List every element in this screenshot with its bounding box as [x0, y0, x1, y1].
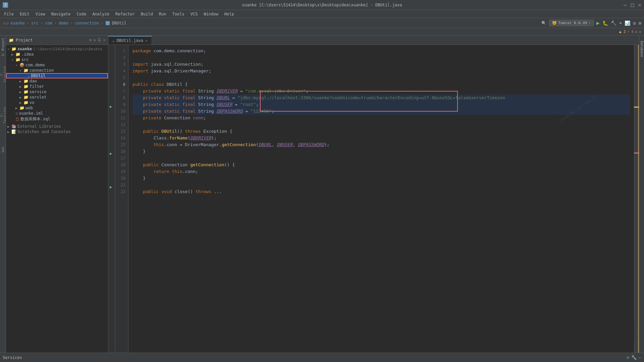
menu-help[interactable]: Help	[222, 11, 237, 17]
tree-item-src[interactable]: ▾ 📁 src	[6, 57, 108, 62]
menu-edit[interactable]: Edit	[17, 11, 32, 17]
project-tab[interactable]: 1: Project	[1, 37, 5, 57]
run-arrow-6[interactable]: ▶	[110, 104, 112, 109]
code-line-6: public class DBUtil {	[132, 81, 630, 88]
menu-refactor[interactable]: Refactor	[113, 11, 138, 17]
tree-item-scratches[interactable]: ▶ 📝 Scratches and Consoles	[6, 129, 108, 134]
profile-icon[interactable]: 📊	[625, 20, 630, 26]
debug-button[interactable]: 🐛	[602, 20, 608, 26]
nav-forward[interactable]: ▷	[6, 21, 9, 25]
code-content[interactable]: javayms.github.io package com.demo.conne…	[128, 45, 634, 353]
tree-item-com-demo[interactable]: ▾ 📦 com.demo	[6, 62, 108, 68]
tree-item-dao[interactable]: ▶ 📁 dao	[6, 78, 108, 84]
tree-item-filter[interactable]: ▶ 📁 filter	[6, 84, 108, 89]
nav-search-icon[interactable]: 🔍	[541, 21, 546, 25]
favorites-tab[interactable]: 2: Favorites	[1, 105, 5, 125]
error-count: ⚡ 6	[627, 29, 634, 34]
menu-vcs[interactable]: VCS	[188, 11, 201, 17]
breadcrumb-demo[interactable]: demo	[59, 21, 68, 25]
code-line-5	[132, 74, 630, 81]
tree-item-idea[interactable]: ▶ 📁 .idea	[6, 52, 108, 57]
web-tab[interactable]: Web	[1, 139, 5, 160]
breadcrumb-src[interactable]: src	[31, 21, 39, 25]
line-num-1: 1	[115, 48, 128, 54]
menu-tools[interactable]: Tools	[170, 11, 187, 17]
menu-analyze[interactable]: Analyze	[90, 11, 112, 17]
breadcrumb-xuanke[interactable]: xuanke	[10, 21, 24, 25]
run-button[interactable]: ▶	[596, 20, 600, 26]
code-line-2	[132, 54, 630, 61]
services-close-icon[interactable]: —	[639, 355, 641, 360]
services-gear-icon[interactable]: 🔧	[631, 355, 637, 360]
tree-item-service[interactable]: ▶ 📁 service	[6, 89, 108, 95]
project-settings-icon[interactable]: ☰	[98, 38, 101, 42]
window-controls[interactable]: — □ ✕	[624, 2, 641, 8]
tab-close-icon[interactable]: ✕	[145, 39, 148, 43]
code-line-16: }	[132, 148, 630, 155]
tree-item-dbutil[interactable]: ☕ DBUtil	[6, 73, 108, 78]
tree-item-servlet[interactable]: ▶ 📁 servlet	[6, 95, 108, 100]
code-line-13: public DBUtil() throws Exception {	[132, 128, 630, 135]
tree-item-vo[interactable]: ▶ 📁 vo	[6, 100, 108, 105]
tree-item-iml[interactable]: ◇ xuanke.iml	[6, 111, 108, 116]
breadcrumb-com[interactable]: com	[45, 21, 52, 25]
coverage-icon[interactable]: ☂	[619, 20, 622, 26]
tomcat-config[interactable]: 🐱 Tomcat 8.0.49 ▾	[549, 20, 594, 26]
code-line-19: return this.conn;	[132, 168, 630, 175]
code-line-20: }	[132, 175, 630, 182]
run-arrow-13[interactable]: ▶	[110, 151, 112, 156]
tree-item-ext-libs[interactable]: ▶ 📚 External Libraries	[6, 124, 108, 129]
database-tab[interactable]: Database	[639, 38, 644, 60]
tree-item-sql[interactable]: 🗒 数据库脚本.sql	[6, 116, 108, 122]
code-line-8: private static final String DBURL = "jdb…	[132, 95, 630, 101]
tree-item-root[interactable]: ▾ 📁 xuanke C:\Users\51414\Desktop\x\Desk…	[6, 46, 108, 52]
project-sort-icon[interactable]: ⇅	[94, 38, 96, 42]
maximize-btn[interactable]: □	[631, 2, 634, 8]
settings-icon[interactable]: ⚙	[633, 20, 636, 26]
services-settings-icon[interactable]: ⚙	[627, 355, 629, 360]
line-num-8: 8	[115, 95, 128, 101]
error-nav-down[interactable]: ∨	[639, 29, 641, 34]
code-editor[interactable]: ▶ ▶ ▶ 1 2 3 4 5 6 7 8 9 10 11 12 13 14 1…	[108, 45, 639, 353]
menu-run[interactable]: Run	[156, 11, 169, 17]
line-numbers: 1 2 3 4 5 6 7 8 9 10 11 12 13 14 15 16 1…	[115, 45, 128, 353]
minimize-btn[interactable]: —	[624, 2, 627, 8]
tree-item-connection[interactable]: ▾ 📁 connection	[6, 68, 108, 73]
line-num-3: 3	[115, 61, 128, 68]
structure-tab[interactable]: 2: Structure	[1, 64, 5, 84]
code-line-11: private Connection conn;	[132, 115, 630, 121]
breadcrumb-connection[interactable]: connection	[75, 21, 99, 25]
main-layout: 1: Project 2: Structure 2: Favorites Web…	[0, 36, 644, 353]
scrollbar-track	[638, 45, 639, 353]
tree-item-web[interactable]: ▶ 📁 web	[6, 105, 108, 111]
menu-build[interactable]: Build	[138, 11, 156, 17]
menu-code[interactable]: Code	[74, 11, 89, 17]
code-line-4: import java.sql.DriverManager;	[132, 68, 630, 74]
tomcat-label: Tomcat 8.0.49	[558, 21, 587, 25]
title-bar: J xuanke [C:\Users\51414\Desktop\x\Deskt…	[0, 0, 644, 10]
close-btn[interactable]: ✕	[638, 2, 641, 8]
project-folder-icon: 📁	[9, 38, 14, 43]
error-nav-up[interactable]: ∧	[635, 29, 638, 34]
title-bar-left: J	[3, 2, 8, 8]
right-scrollbar[interactable]	[634, 45, 639, 353]
build-icon[interactable]: 🔨	[611, 20, 616, 26]
menu-view[interactable]: View	[33, 11, 48, 17]
error-bar: ▲ 2 ⚡ 6 ∧ ∨	[0, 28, 644, 36]
line-num-10: 10	[115, 108, 128, 115]
tab-filename: DBUtil.java	[117, 38, 143, 43]
tomcat-dropdown-icon[interactable]: ▾	[588, 21, 591, 25]
menu-navigate[interactable]: Navigate	[49, 11, 73, 17]
nav-back[interactable]: ◁	[3, 21, 5, 25]
layout-icon[interactable]: ⊞	[639, 20, 641, 26]
project-close-icon[interactable]: ✕	[103, 38, 105, 42]
menu-file[interactable]: File	[1, 11, 16, 17]
run-arrow-18[interactable]: ▶	[110, 185, 112, 189]
menu-window[interactable]: Window	[201, 11, 221, 17]
project-gear-icon[interactable]: ⚙	[89, 38, 92, 42]
code-line-14: Class.forName(DBDRIVER);	[132, 135, 630, 141]
line-num-5: 5	[115, 74, 128, 81]
app-icon: J	[3, 2, 8, 8]
line-num-6: 6	[115, 81, 128, 88]
editor-tab-dbutil[interactable]: ☕ DBUtil.java ✕	[108, 36, 152, 45]
